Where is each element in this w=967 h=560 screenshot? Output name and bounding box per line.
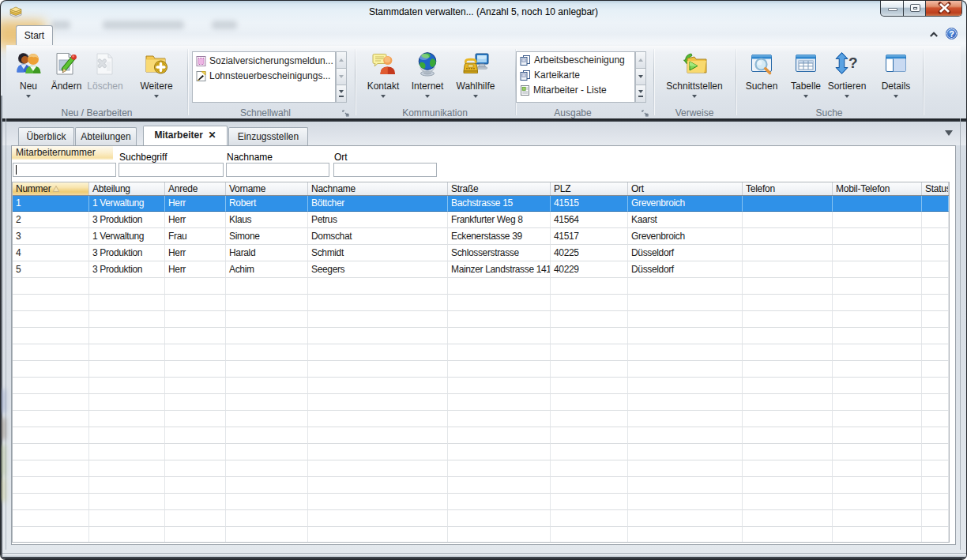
svg-text:?: ? (848, 54, 858, 71)
